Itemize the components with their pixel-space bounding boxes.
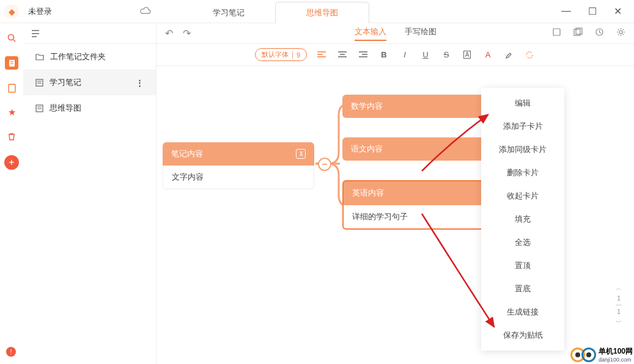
sidebar-item-folder[interactable]: 工作笔记文件夹 bbox=[23, 44, 156, 70]
mode-text-input[interactable]: 文本输入 bbox=[355, 26, 386, 41]
sidebar-item-label: 学习笔记 bbox=[50, 77, 81, 88]
align-center-icon[interactable] bbox=[336, 49, 348, 61]
ctx-delete[interactable]: 删除卡片 bbox=[481, 161, 564, 184]
mindmap-node-chinese[interactable]: 语文内容 bbox=[342, 137, 493, 161]
list-icon bbox=[32, 29, 42, 38]
layers-icon[interactable] bbox=[573, 27, 583, 39]
ctx-select-all[interactable]: 全选 bbox=[481, 231, 564, 254]
page-icon bbox=[35, 79, 43, 87]
page-up-icon[interactable]: ︿ bbox=[616, 283, 622, 293]
tab-notes[interactable]: 学习笔记 bbox=[182, 2, 275, 23]
clock-icon[interactable] bbox=[595, 27, 604, 39]
login-status[interactable]: 未登录 bbox=[23, 6, 133, 17]
ctx-fill[interactable]: 填充 bbox=[481, 208, 564, 231]
close-button[interactable]: ✕ bbox=[614, 5, 622, 17]
svg-rect-5 bbox=[9, 84, 15, 92]
collapse-node-icon[interactable]: − bbox=[318, 158, 331, 171]
minimize-button[interactable]: — bbox=[561, 5, 571, 17]
bold-icon[interactable]: B bbox=[378, 49, 390, 61]
search-icon[interactable] bbox=[6, 32, 18, 44]
sidebar-item-mindmap[interactable]: 思维导图 bbox=[23, 95, 156, 121]
svg-point-19 bbox=[619, 31, 622, 34]
more-icon[interactable]: ⋮ bbox=[136, 78, 144, 87]
ctx-gen-link[interactable]: 生成链接 bbox=[481, 300, 564, 324]
strikethrough-icon[interactable]: S bbox=[440, 49, 452, 61]
star-icon[interactable]: ★ bbox=[6, 106, 18, 118]
page-down-icon[interactable]: ﹀ bbox=[616, 318, 622, 327]
page-icon bbox=[35, 104, 43, 112]
mindmap-node-math[interactable]: 数学内容 bbox=[342, 95, 493, 118]
ctx-add-child[interactable]: 添加子卡片 bbox=[481, 115, 564, 138]
watermark: 单机100网 danji100.com bbox=[570, 346, 633, 363]
svg-rect-15 bbox=[553, 29, 560, 35]
settings-icon[interactable] bbox=[616, 27, 625, 39]
warning-badge[interactable]: ! bbox=[6, 347, 16, 357]
sidebar-header[interactable] bbox=[23, 23, 156, 44]
mindmap-node-english[interactable]: 英语内容 详细的学习句子 bbox=[342, 180, 493, 230]
svg-point-0 bbox=[8, 34, 13, 40]
align-left-icon[interactable] bbox=[315, 49, 328, 61]
mode-handwriting[interactable]: 手写绘图 bbox=[405, 26, 437, 41]
app-logo: ◆ bbox=[0, 0, 23, 23]
align-right-icon[interactable] bbox=[357, 49, 369, 61]
ctx-edit[interactable]: 编辑 bbox=[481, 92, 564, 115]
italic-icon[interactable]: I bbox=[399, 49, 411, 61]
text-color-icon[interactable]: A bbox=[482, 49, 494, 61]
sidebar-item-notes[interactable]: 学习笔记 ⋮ bbox=[23, 70, 156, 95]
context-menu: 编辑 添加子卡片 添加同级卡片 删除卡片 收起卡片 填充 全选 置顶 置底 生成… bbox=[481, 88, 564, 351]
undo-icon[interactable]: ↶ bbox=[165, 27, 173, 39]
ctx-add-sibling[interactable]: 添加同级卡片 bbox=[481, 138, 564, 161]
cloud-icon[interactable] bbox=[133, 6, 158, 17]
sidebar-item-label: 思维导图 bbox=[50, 103, 81, 114]
font-selector[interactable]: 默认字体 9 bbox=[255, 48, 307, 61]
trash-icon[interactable] bbox=[6, 131, 18, 143]
tab-mindmap[interactable]: 思维导图 bbox=[275, 2, 369, 24]
folder-icon bbox=[35, 53, 44, 60]
ctx-collapse[interactable]: 收起卡片 bbox=[481, 184, 564, 208]
note-icon[interactable] bbox=[6, 82, 18, 94]
page-indicator: ︿ 1 1 ﹀ bbox=[616, 283, 622, 327]
ctx-save-sticker[interactable]: 保存为贴纸 bbox=[481, 324, 564, 347]
ctx-to-top[interactable]: 置顶 bbox=[481, 254, 564, 277]
mindmap-root-node[interactable]: 笔记内容 ⊼ 文字内容 bbox=[163, 142, 314, 189]
svg-line-1 bbox=[13, 40, 15, 42]
collapse-icon[interactable]: ⊼ bbox=[296, 149, 306, 159]
maximize-button[interactable]: ☐ bbox=[588, 5, 597, 17]
document-icon[interactable] bbox=[5, 56, 18, 70]
underline-icon[interactable]: U bbox=[419, 49, 432, 61]
card-icon[interactable] bbox=[552, 27, 561, 39]
sidebar-item-label: 工作笔记文件夹 bbox=[50, 51, 106, 62]
refresh-icon[interactable] bbox=[523, 49, 536, 61]
redo-icon[interactable]: ↷ bbox=[183, 27, 191, 39]
text-box-icon[interactable]: A bbox=[461, 49, 473, 61]
ctx-to-bottom[interactable]: 置底 bbox=[481, 277, 564, 300]
highlight-icon[interactable] bbox=[503, 49, 515, 61]
collapse-sidebar-icon[interactable]: ‹ bbox=[6, 158, 9, 166]
